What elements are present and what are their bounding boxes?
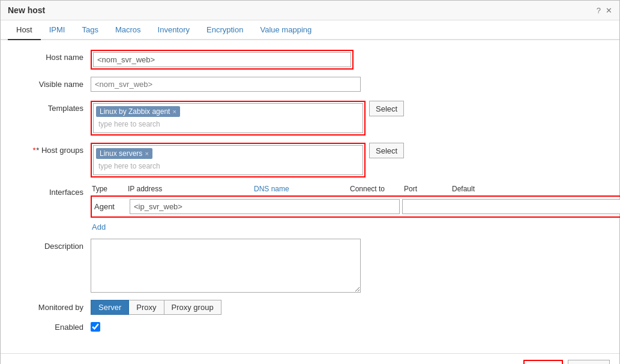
tab-encryption[interactable]: Encryption xyxy=(198,20,251,40)
host-groups-redbox: Linux servers × type here to search xyxy=(91,143,366,178)
iface-dns-input[interactable] xyxy=(402,199,620,214)
interface-row-agent: Agent IP DNS Remove xyxy=(91,195,620,218)
cancel-button[interactable]: Cancel xyxy=(568,360,610,364)
templates-row: Templates Linux by Zabbix agent × type h… xyxy=(13,101,607,136)
description-label: Description xyxy=(13,239,91,251)
tab-tags[interactable]: Tags xyxy=(73,20,106,40)
template-tag-label: Linux by Zabbix agent xyxy=(100,107,170,116)
col-header-default: Default xyxy=(452,185,500,193)
tab-inventory[interactable]: Inventory xyxy=(149,20,198,40)
host-groups-label: * * Host groups xyxy=(13,143,91,155)
templates-search-hint: type here to search xyxy=(96,119,360,130)
visible-name-row: Visible name xyxy=(13,77,607,94)
dialog-footer: Add Cancel xyxy=(1,353,619,364)
templates-input-area[interactable]: Linux by Zabbix agent × type here to sea… xyxy=(93,103,363,133)
new-host-dialog: New host ? ✕ Host IPMI Tags Macros Inven… xyxy=(0,0,620,364)
host-name-label: Host name xyxy=(13,50,91,62)
col-header-ip: IP address xyxy=(128,185,254,193)
host-groups-input-area[interactable]: Linux servers × type here to search xyxy=(93,145,363,175)
host-group-tag-linux: Linux servers × xyxy=(96,148,152,159)
interfaces-table: Type IP address DNS name Connect to Port… xyxy=(91,185,620,231)
tab-value-mapping[interactable]: Value mapping xyxy=(251,20,320,40)
host-name-input[interactable] xyxy=(93,52,351,67)
visible-name-label: Visible name xyxy=(13,77,91,89)
host-groups-search-hint: type here to search xyxy=(96,161,360,172)
visible-name-input[interactable] xyxy=(91,77,361,92)
tab-host[interactable]: Host xyxy=(8,20,41,40)
templates-select-button[interactable]: Select xyxy=(369,101,404,116)
host-group-tag-remove[interactable]: × xyxy=(145,150,148,157)
monitored-proxy-group-button[interactable]: Proxy group xyxy=(164,300,221,315)
interfaces-label: Interfaces xyxy=(13,185,91,197)
enabled-checkbox[interactable] xyxy=(91,322,100,332)
dialog-title: New host xyxy=(8,5,45,15)
col-header-dns: DNS name xyxy=(254,185,350,193)
add-interface-link-container: Add xyxy=(91,220,620,231)
help-icon[interactable]: ? xyxy=(597,6,601,15)
host-groups-field: Linux servers × type here to search Sele… xyxy=(91,143,607,178)
host-groups-select-button[interactable]: Select xyxy=(369,143,404,158)
host-group-tag-label: Linux servers xyxy=(100,149,142,158)
dialog-controls: ? ✕ xyxy=(597,6,612,15)
templates-field: Linux by Zabbix agent × type here to sea… xyxy=(91,101,607,136)
host-name-field xyxy=(91,50,607,70)
tab-ipmi[interactable]: IPMI xyxy=(41,20,74,40)
form-body: Host name Visible name Templates xyxy=(1,40,619,348)
monitored-by-row: Monitored by Server Proxy Proxy group xyxy=(13,300,607,315)
close-icon[interactable]: ✕ xyxy=(606,6,612,15)
monitored-by-toggle-group: Server Proxy Proxy group xyxy=(91,300,221,315)
monitored-server-button[interactable]: Server xyxy=(91,300,129,315)
host-name-row: Host name xyxy=(13,50,607,70)
add-interface-link[interactable]: Add xyxy=(92,222,106,231)
templates-tags: Linux by Zabbix agent × xyxy=(96,106,360,117)
templates-label: Templates xyxy=(13,101,91,113)
interfaces-header: Type IP address DNS name Connect to Port… xyxy=(91,185,620,193)
host-groups-row: * * Host groups Linux servers × type her… xyxy=(13,143,607,178)
dialog-titlebar: New host ? ✕ xyxy=(1,1,619,20)
monitored-by-label: Monitored by xyxy=(13,303,91,312)
host-name-redbox xyxy=(91,50,354,70)
add-button[interactable]: Add xyxy=(523,360,562,364)
description-textarea[interactable] xyxy=(91,239,361,293)
visible-name-field xyxy=(91,77,607,92)
enabled-label: Enabled xyxy=(13,323,91,332)
templates-redbox: Linux by Zabbix agent × type here to sea… xyxy=(91,101,366,136)
iface-ip-input[interactable] xyxy=(130,199,400,214)
monitored-proxy-button[interactable]: Proxy xyxy=(129,300,164,315)
col-header-connect: Connect to xyxy=(350,185,404,193)
template-tag-linux: Linux by Zabbix agent × xyxy=(96,106,180,117)
iface-type-label: Agent xyxy=(94,202,127,211)
col-header-type: Type xyxy=(92,185,128,193)
interfaces-section: Interfaces Type IP address DNS name Conn… xyxy=(13,185,607,231)
template-tag-remove[interactable]: × xyxy=(172,108,176,115)
tabs: Host IPMI Tags Macros Inventory Encrypti… xyxy=(1,20,619,40)
tab-macros[interactable]: Macros xyxy=(107,20,149,40)
host-groups-tags: Linux servers × xyxy=(96,148,360,159)
enabled-row: Enabled xyxy=(13,322,607,332)
col-header-port: Port xyxy=(404,185,452,193)
description-area: Description xyxy=(13,239,607,293)
